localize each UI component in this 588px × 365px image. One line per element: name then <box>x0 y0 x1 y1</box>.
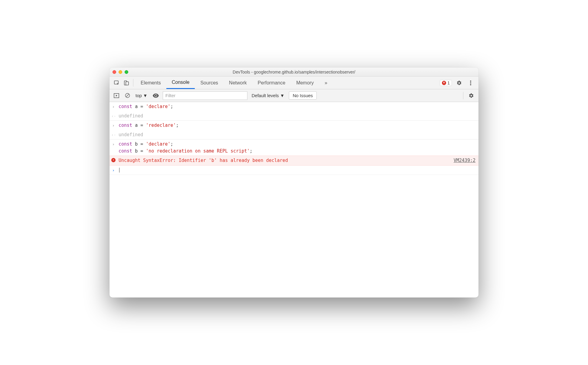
tab-network[interactable]: Network <box>224 77 252 89</box>
code-content: const a = 'redeclare'; <box>119 122 475 129</box>
console-result-row: ‹·undefined <box>109 111 479 121</box>
chevron-down-icon: ▼ <box>280 93 285 98</box>
titlebar: DevTools - googlechrome.github.io/sample… <box>109 67 479 77</box>
tab-elements[interactable]: Elements <box>135 77 166 89</box>
console-prompt[interactable]: › <box>109 166 479 175</box>
svg-line-8 <box>126 94 129 97</box>
toggle-sidebar-icon[interactable] <box>113 93 120 98</box>
console-input-row: ›const b = 'declare'; const b = 'no rede… <box>109 140 479 156</box>
log-levels-selector[interactable]: Default levels ▼ <box>250 93 286 98</box>
error-icon <box>111 158 116 162</box>
chevron-down-icon: ▼ <box>143 93 148 98</box>
error-icon <box>442 81 446 85</box>
inspect-element-icon[interactable] <box>112 77 122 89</box>
svg-rect-2 <box>126 82 129 85</box>
source-link[interactable]: VM2439:2 <box>454 157 475 164</box>
output-marker-icon: ‹· <box>111 131 116 138</box>
console-settings-icon[interactable] <box>467 93 475 98</box>
context-label: top <box>136 93 142 98</box>
more-options-icon[interactable] <box>466 81 475 85</box>
console-output[interactable]: ›const a = 'declare';‹·undefined›const a… <box>109 102 479 298</box>
output-marker-icon: ‹· <box>111 113 116 119</box>
console-result-row: ‹·undefined <box>109 130 479 140</box>
console-input-row: ›const a = 'redeclare'; <box>109 121 479 130</box>
input-marker-icon: › <box>111 103 116 110</box>
tab-performance[interactable]: Performance <box>252 77 291 89</box>
window-controls <box>113 70 128 74</box>
prompt-marker-icon: › <box>111 167 116 173</box>
console-error-row: Uncaught SyntaxError: Identifier 'b' has… <box>109 156 479 166</box>
minimize-window-button[interactable] <box>119 70 122 74</box>
input-marker-icon: › <box>111 122 116 129</box>
svg-point-3 <box>470 81 471 82</box>
filter-placeholder: Filter <box>165 93 175 98</box>
result-value: undefined <box>119 131 475 138</box>
tab-more[interactable]: » <box>319 77 333 89</box>
live-expression-icon[interactable] <box>152 94 160 98</box>
console-input-row: ›const a = 'declare'; <box>109 102 479 111</box>
tabbar: Elements Console Sources Network Perform… <box>109 77 479 89</box>
clear-console-icon[interactable] <box>123 93 131 98</box>
issues-button[interactable]: No Issues <box>289 91 317 100</box>
svg-point-4 <box>470 82 471 84</box>
window-title: DevTools - googlechrome.github.io/sample… <box>109 70 479 74</box>
divider <box>133 79 133 87</box>
error-count: 1 <box>447 81 450 85</box>
tab-memory[interactable]: Memory <box>291 77 319 89</box>
svg-point-5 <box>470 84 471 85</box>
settings-icon[interactable] <box>455 80 463 86</box>
code-content: const b = 'declare'; const b = 'no redec… <box>119 141 475 154</box>
input-marker-icon: › <box>111 141 116 147</box>
result-value: undefined <box>119 113 475 120</box>
error-count-badge[interactable]: 1 <box>440 80 452 86</box>
prompt-input[interactable] <box>119 167 475 174</box>
maximize-window-button[interactable] <box>125 70 128 74</box>
code-content: const a = 'declare'; <box>119 103 475 110</box>
divider <box>463 92 463 99</box>
error-message: Uncaught SyntaxError: Identifier 'b' has… <box>119 157 451 164</box>
context-selector[interactable]: top ▼ <box>134 93 149 98</box>
devtools-window: DevTools - googlechrome.github.io/sample… <box>109 67 479 298</box>
filter-input[interactable]: Filter <box>163 91 247 100</box>
console-toolbar: top ▼ Filter Default levels ▼ No Issues <box>109 89 479 102</box>
tab-console[interactable]: Console <box>166 77 195 89</box>
close-window-button[interactable] <box>113 70 116 74</box>
levels-label: Default levels <box>252 93 279 98</box>
device-toolbar-icon[interactable] <box>122 77 131 89</box>
tab-sources[interactable]: Sources <box>195 77 224 89</box>
